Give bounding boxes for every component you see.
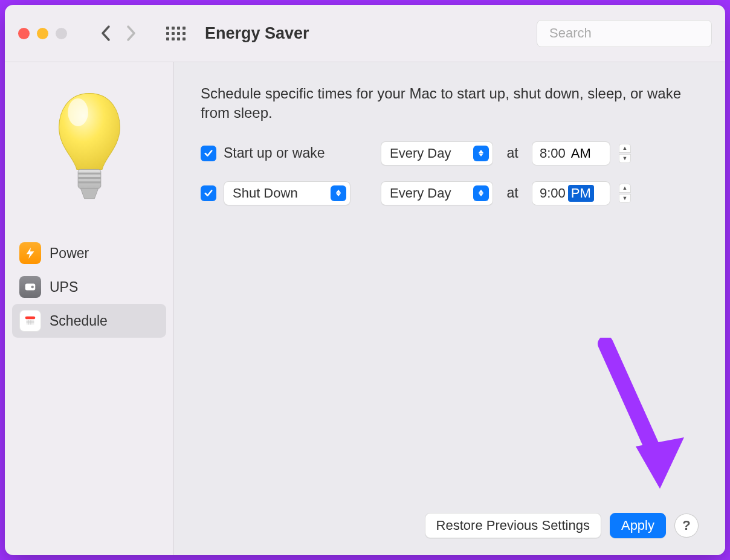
shutdown-action-select[interactable]: Shut Down: [224, 181, 350, 205]
help-button[interactable]: ?: [674, 513, 699, 538]
schedule-row-startup: Start up or wake Every Day at 8:00 AM ▲ …: [201, 141, 699, 166]
footer: Restore Previous Settings Apply ?: [201, 513, 699, 538]
sidebar-item-label: Power: [50, 245, 89, 262]
up-down-arrows-icon: [473, 146, 489, 161]
show-all-button[interactable]: [163, 20, 189, 47]
sidebar-item-ups[interactable]: UPS: [12, 270, 166, 304]
select-value: Shut Down: [233, 185, 327, 201]
apply-button[interactable]: Apply: [610, 513, 666, 538]
shutdown-time-field[interactable]: 9:00 PM: [532, 181, 610, 205]
stepper-down-button[interactable]: ▼: [619, 194, 631, 203]
svg-point-8: [31, 286, 34, 289]
chevron-right-icon: [126, 25, 137, 42]
grid-icon: [166, 27, 186, 40]
startup-time-field[interactable]: 8:00 AM: [532, 141, 610, 166]
svg-rect-5: [78, 177, 101, 179]
startup-day-select[interactable]: Every Day: [381, 141, 493, 166]
check-icon: [203, 148, 214, 159]
schedule-description: Schedule specific times for your Mac to …: [201, 84, 699, 123]
sidebar-item-label: UPS: [50, 279, 78, 295]
stepper-down-button[interactable]: ▼: [619, 154, 631, 163]
zoom-window-button[interactable]: [56, 28, 67, 39]
close-window-button[interactable]: [18, 28, 30, 39]
window-controls: [18, 28, 67, 39]
toolbar: Energy Saver: [5, 5, 725, 62]
calendar-icon: [19, 310, 41, 332]
forward-button[interactable]: [121, 21, 141, 45]
stepper-up-button[interactable]: ▲: [619, 184, 631, 193]
select-value: Every Day: [390, 185, 470, 201]
back-button[interactable]: [96, 21, 115, 45]
shutdown-day-select[interactable]: Every Day: [381, 181, 493, 205]
time-value: 8:00: [540, 146, 566, 161]
sidebar-item-label: Schedule: [50, 313, 108, 329]
startup-time-stepper[interactable]: ▲ ▼: [619, 144, 631, 163]
minimize-window-button[interactable]: [37, 28, 48, 39]
window-title: Energy Saver: [205, 24, 309, 43]
search-input[interactable]: [549, 25, 715, 41]
preferences-window: Energy Saver: [5, 5, 725, 555]
sidebar-item-schedule[interactable]: Schedule: [12, 304, 166, 338]
up-down-arrows-icon: [473, 185, 489, 201]
startup-label: Start up or wake: [224, 145, 373, 161]
svg-rect-10: [25, 317, 36, 320]
restore-previous-settings-button[interactable]: Restore Previous Settings: [425, 513, 601, 538]
svg-rect-6: [78, 181, 101, 183]
shutdown-checkbox[interactable]: [201, 185, 216, 201]
main-pane: Schedule specific times for your Mac to …: [174, 62, 725, 555]
content: Power UPS Schedule Schedule specific tim…: [5, 62, 725, 555]
lightning-icon: [19, 242, 41, 264]
at-label: at: [500, 185, 525, 201]
schedule-row-shutdown: Shut Down Every Day at 9:00 PM ▲ ▼: [201, 181, 699, 205]
select-value: Every Day: [390, 146, 470, 161]
time-value: 9:00: [540, 185, 566, 201]
sidebar: Power UPS Schedule: [5, 62, 174, 555]
sidebar-list: Power UPS Schedule: [12, 236, 166, 338]
ups-icon: [19, 276, 41, 298]
sidebar-item-power[interactable]: Power: [12, 236, 166, 270]
shutdown-time-stepper[interactable]: ▲ ▼: [619, 184, 631, 203]
ampm-value: PM: [568, 185, 594, 202]
annotation-arrow-icon: [593, 338, 690, 507]
ampm-value: AM: [568, 145, 594, 162]
stepper-up-button[interactable]: ▲: [619, 144, 631, 153]
svg-rect-4: [78, 173, 101, 175]
up-down-arrows-icon: [331, 185, 346, 201]
startup-checkbox[interactable]: [201, 146, 216, 161]
svg-point-2: [68, 98, 88, 126]
chevron-left-icon: [100, 25, 111, 42]
check-icon: [203, 188, 214, 199]
search-field[interactable]: [537, 20, 712, 47]
at-label: at: [500, 145, 525, 161]
energy-saver-bulb-icon: [35, 73, 144, 230]
